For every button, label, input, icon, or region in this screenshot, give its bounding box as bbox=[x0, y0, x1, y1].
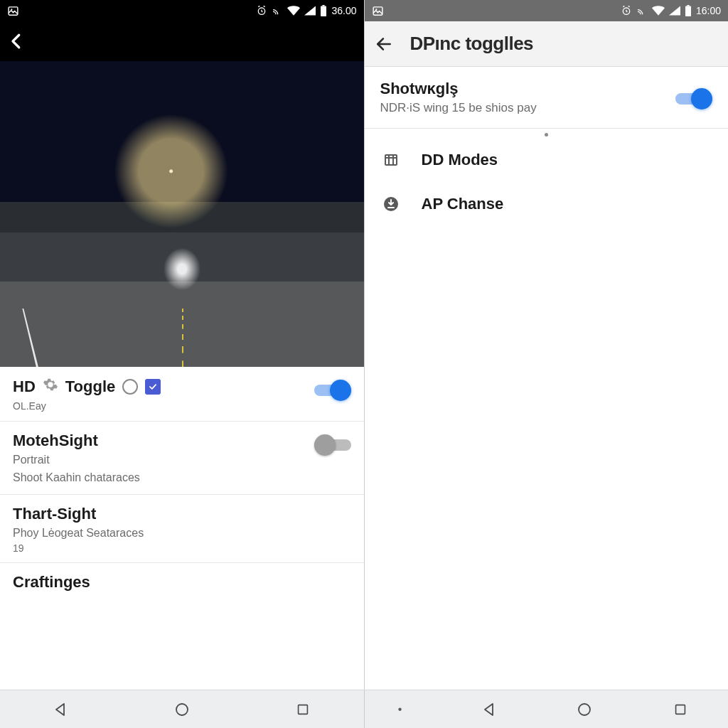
row-hd-toggle[interactable]: HD Toggle OL.Eay bbox=[0, 367, 364, 422]
signal-icon bbox=[669, 6, 680, 16]
thart-title: Thart-Sight bbox=[13, 505, 351, 523]
row-shotwkgls[interactable]: Shotwĸglş NDR·iS wing 15 be shios pay bbox=[365, 67, 729, 129]
craft-title: Craftinges bbox=[13, 573, 351, 592]
page-title: DPınc togglles bbox=[410, 33, 534, 55]
cast-icon bbox=[272, 5, 283, 16]
row-ap-chanse[interactable]: AP Chanse bbox=[365, 182, 729, 226]
settings-list: HD Toggle OL.Eay bbox=[0, 367, 364, 690]
svg-rect-8 bbox=[685, 6, 691, 16]
nav-right bbox=[365, 695, 729, 724]
dd-modes-label: DD Modes bbox=[422, 151, 713, 169]
nav-recent-button[interactable] bbox=[289, 695, 317, 724]
alarm-icon bbox=[256, 5, 267, 16]
hd-switch[interactable] bbox=[314, 380, 351, 401]
app-bar bbox=[0, 21, 364, 61]
status-time: 36.00 bbox=[331, 5, 356, 16]
gear-icon bbox=[43, 377, 58, 397]
nav-back-button[interactable] bbox=[475, 695, 503, 724]
signal-icon bbox=[304, 6, 316, 16]
svg-point-14 bbox=[176, 704, 188, 715]
checkbox-checked-icon[interactable] bbox=[145, 379, 161, 395]
battery-icon bbox=[685, 5, 692, 16]
row-craftinges[interactable]: Craftinges bbox=[0, 563, 364, 600]
grid-icon bbox=[380, 151, 402, 168]
cast-icon bbox=[636, 5, 648, 16]
phone-right: 16:00 DPınc togglles Shotwĸglş NDR·iS wi… bbox=[365, 0, 729, 690]
shot-sub: NDR·iS wing 15 be shios pay bbox=[380, 101, 656, 115]
status-bar: 36.00 bbox=[0, 0, 364, 21]
toggle-label: Toggle bbox=[65, 378, 115, 396]
nav-home-button[interactable] bbox=[570, 695, 599, 724]
hero-image bbox=[0, 61, 364, 367]
download-icon bbox=[380, 196, 402, 213]
nav-recent-button[interactable] bbox=[666, 695, 695, 724]
svg-rect-11 bbox=[385, 155, 397, 165]
status-time: 16:00 bbox=[696, 5, 721, 16]
row-dd-modes[interactable]: DD Modes bbox=[365, 138, 729, 182]
row-motehsight[interactable]: MotehSight Portrait Shoot Kaahin chatara… bbox=[0, 422, 364, 495]
svg-rect-9 bbox=[687, 5, 689, 6]
radio-empty-icon[interactable] bbox=[122, 379, 138, 395]
svg-rect-15 bbox=[299, 705, 308, 714]
shot-switch[interactable] bbox=[675, 88, 712, 109]
picture-icon bbox=[372, 5, 384, 17]
hd-sub: OL.Eay bbox=[13, 400, 306, 412]
nav-back-button[interactable] bbox=[46, 695, 75, 724]
svg-point-16 bbox=[579, 704, 590, 715]
wifi-icon bbox=[652, 6, 665, 16]
shot-title: Shotwĸglş bbox=[380, 80, 656, 98]
app-bar: DPınc togglles bbox=[365, 21, 729, 67]
alarm-icon bbox=[621, 5, 632, 16]
nav-home-button[interactable] bbox=[168, 695, 196, 724]
phone-left: 36.00 HD Toggle bbox=[0, 0, 365, 690]
thart-sub1: Phoy Lėogeat Seataraces bbox=[13, 526, 351, 541]
nav-left bbox=[0, 695, 364, 724]
system-nav-bar bbox=[0, 690, 728, 728]
svg-rect-3 bbox=[321, 6, 326, 16]
svg-point-6 bbox=[375, 9, 377, 10]
svg-rect-4 bbox=[323, 5, 325, 6]
pager-dot bbox=[365, 129, 729, 138]
moteh-sub1: Portrait bbox=[13, 453, 306, 468]
battery-icon bbox=[320, 5, 327, 16]
svg-rect-17 bbox=[675, 705, 685, 714]
picture-icon bbox=[7, 5, 19, 17]
thart-sub2: 19 bbox=[13, 542, 351, 554]
moteh-switch[interactable] bbox=[314, 434, 351, 456]
back-button[interactable] bbox=[6, 31, 27, 52]
wifi-icon bbox=[287, 6, 300, 16]
hd-label: HD bbox=[13, 378, 36, 396]
row-thartsight[interactable]: Thart-Sight Phoy Lėogeat Seataraces 19 bbox=[0, 495, 364, 563]
moteh-sub2: Shoot Kaahin chataraces bbox=[13, 471, 306, 486]
svg-point-1 bbox=[11, 9, 12, 10]
back-button[interactable] bbox=[375, 35, 393, 53]
ap-chanse-label: AP Chanse bbox=[422, 195, 713, 213]
status-bar: 16:00 bbox=[365, 0, 729, 21]
moteh-title: MotehSight bbox=[13, 432, 306, 450]
